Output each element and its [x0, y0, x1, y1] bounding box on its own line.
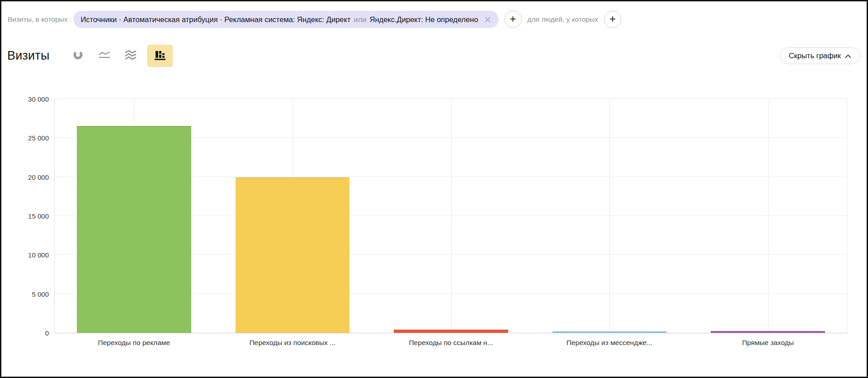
segment-chip-or-text: или	[354, 15, 366, 24]
hide-chart-label: Скрыть график	[789, 51, 841, 60]
x-gridline	[768, 99, 769, 333]
x-axis-category-label: Переходы из мессендже...	[530, 339, 689, 347]
segment-chip-secondary-text: Яндекс.Директ: Не определено	[370, 15, 478, 24]
y-axis-tick-label: 10 000	[4, 251, 49, 259]
x-axis-category-label: Переходы из поисковых ...	[213, 339, 372, 347]
line-chart-icon	[99, 51, 110, 61]
y-axis-tick-label: 20 000	[4, 173, 49, 181]
bar-1[interactable]	[77, 126, 191, 333]
chart-type-stacked-area-button[interactable]	[121, 45, 140, 66]
visits-condition-label: Визиты, в которых	[8, 15, 67, 23]
segment-filter-bar: Визиты, в которых Источники · Автоматиче…	[8, 10, 860, 28]
chart-type-switcher	[69, 45, 173, 66]
chart-type-pie-button[interactable]	[69, 45, 88, 66]
bar-2[interactable]	[236, 177, 349, 333]
segment-chip-main-text: Источники · Автоматическая атрибуция · Р…	[80, 15, 350, 24]
x-close-icon[interactable]	[483, 15, 492, 24]
chevron-up-icon	[845, 51, 851, 60]
y-axis-tick-label: 5 000	[4, 290, 49, 298]
x-gridline	[609, 99, 610, 333]
metrica-visits-page: Визиты, в которых Источники · Автоматиче…	[0, 0, 868, 378]
hide-chart-button[interactable]: Скрыть график	[780, 47, 860, 64]
stacked-area-chart-icon	[125, 50, 137, 61]
segment-filter-chip[interactable]: Источники · Автоматическая атрибуция · Р…	[73, 11, 498, 28]
chart-type-columns-button[interactable]	[147, 45, 173, 66]
add-people-condition-button[interactable]: +	[604, 11, 621, 28]
bar-4[interactable]	[552, 331, 666, 333]
plus-icon: +	[510, 14, 516, 24]
x-axis-category-label: Переходы по рекламе	[55, 339, 213, 347]
x-gridline	[451, 99, 452, 333]
people-condition-label: для людей, у которых	[528, 15, 598, 23]
plus-icon: +	[609, 14, 616, 24]
chart-type-line-button[interactable]	[95, 45, 114, 66]
x-axis-category-label: Прямые заходы	[689, 339, 847, 347]
pie-chart-icon	[73, 50, 83, 61]
chart-header: Визиты	[7, 43, 860, 68]
bar-5[interactable]	[711, 331, 825, 333]
page-title: Визиты	[7, 49, 50, 63]
x-axis-category-label: Переходы по ссылкам н...	[372, 339, 530, 347]
plot-area: 05 00010 00015 00020 00025 00030 000Пере…	[54, 98, 848, 333]
y-axis-tick-label: 25 000	[4, 134, 49, 142]
column-chart-icon	[154, 50, 166, 62]
y-axis-tick-label: 30 000	[4, 95, 49, 103]
add-visit-condition-button[interactable]: +	[505, 11, 522, 28]
y-axis-tick-label: 0	[4, 329, 49, 337]
bar-3[interactable]	[394, 330, 508, 333]
y-axis-tick-label: 15 000	[4, 212, 49, 220]
